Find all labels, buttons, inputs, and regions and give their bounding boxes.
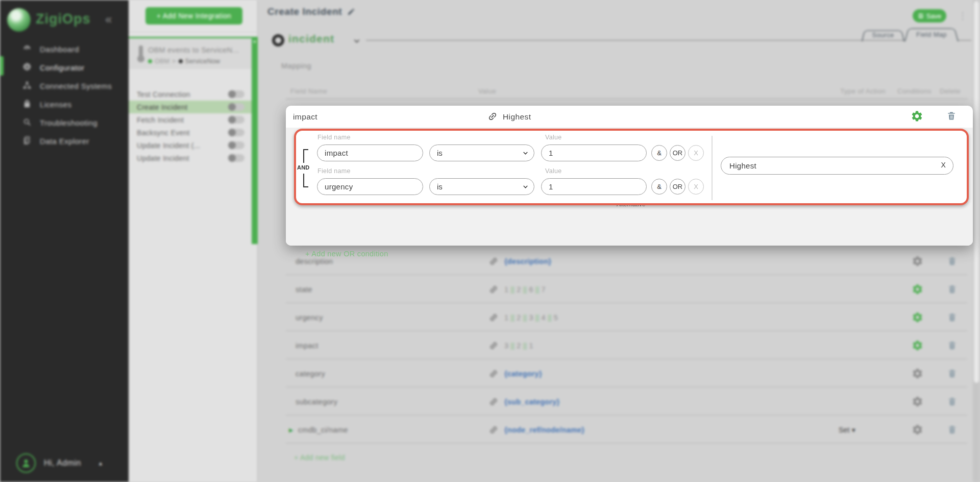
operator-select[interactable]: is [429, 144, 534, 161]
link-icon [487, 395, 500, 408]
remove-condition-button[interactable]: X [688, 179, 704, 195]
action-item-update-incident[interactable]: Update Incident [129, 152, 252, 164]
person-icon [20, 457, 32, 469]
link-icon [487, 283, 500, 296]
mapping-row-state[interactable]: state1||2||6||7 [286, 278, 967, 306]
mapping-row-urgency[interactable]: urgency1||2||3||4||5 [286, 306, 967, 334]
target-status-dot [179, 59, 183, 63]
col-header-value: Value [478, 87, 496, 95]
action-item-create-incident[interactable]: Create Incident [129, 101, 252, 113]
col-header-type-of-action: Type of Action [840, 87, 886, 95]
col-header-field-name: Field Name [290, 87, 327, 95]
or-condition-button[interactable]: OR [670, 145, 685, 161]
sidebar-item-troubleshooting[interactable]: Troubleshooting [0, 113, 129, 132]
mapping-row-impact[interactable]: impact3||2||1 [286, 334, 967, 363]
zigiops-logo-icon [7, 8, 31, 32]
delete-trash-icon[interactable] [947, 369, 957, 378]
add-or-condition-link[interactable]: + Add new OR condition [305, 250, 388, 258]
conditions-gear-icon[interactable] [912, 311, 923, 323]
condition-value-input[interactable] [541, 144, 647, 161]
conditions-gear-icon[interactable] [912, 396, 923, 407]
action-item-fetch-incident[interactable]: Fetch Incident [129, 113, 252, 126]
action-item-update-incident[interactable]: Update Incident (... [129, 139, 252, 152]
and-condition-button[interactable]: & [651, 145, 667, 161]
action-toggle[interactable] [228, 154, 244, 162]
delete-trash-icon[interactable] [947, 256, 957, 266]
plus-icon: + [253, 38, 257, 45]
conditions-gear-icon[interactable] [912, 368, 923, 379]
delete-trash-icon[interactable] [947, 425, 957, 435]
integration-card[interactable]: OBM events to ServiceN... OBM > ServiceN… [129, 37, 252, 69]
sidebar-nav: DashboardConfiguratorConnected SystemsLi… [0, 40, 129, 150]
action-toggle[interactable] [228, 141, 244, 149]
action-toggle[interactable] [228, 90, 244, 98]
type-of-action-dropdown[interactable]: Set ▾ [839, 426, 855, 434]
row-field-name: description [296, 257, 333, 266]
mapping-row-category[interactable]: category{category} [286, 363, 967, 391]
sidebar-item-licenses[interactable]: Licenses [0, 95, 129, 113]
action-toggle[interactable] [228, 129, 244, 136]
row-field-name: impact [296, 342, 318, 350]
conditions-gear-icon[interactable] [911, 110, 923, 123]
scrollbar-thumb[interactable] [974, 1, 979, 383]
sidebar-item-dashboard[interactable]: Dashboard [0, 40, 129, 58]
user-greeting: Hi, Admin [44, 459, 81, 468]
mapping-row-cmdb-ci-name[interactable]: ▶cmdb_ci/name{node_ref/node/name}Set ▾ [286, 419, 967, 447]
target-system: ServiceNow [185, 58, 220, 65]
sidebar-item-connected-systems[interactable]: Connected Systems [0, 77, 129, 95]
connected-systems-icon [22, 81, 32, 91]
conditions-gear-icon[interactable] [912, 255, 923, 267]
action-toggle[interactable] [228, 103, 244, 111]
panel-scrollbar[interactable]: + [252, 37, 258, 244]
condition-field-input[interactable] [317, 144, 423, 161]
action-item-backsync-event[interactable]: Backsync Event [129, 126, 252, 139]
and-condition-group: AND Field nameisValue&ORXField nameisVal… [294, 129, 969, 205]
value-label: Value [545, 167, 562, 175]
row-field-name: subcategory [296, 398, 337, 406]
app: ZigiOps « DashboardConfiguratorConnected… [0, 0, 980, 482]
integrations-panel: + Add New Integration OBM events to Serv… [129, 0, 258, 482]
collapse-sidebar-icon[interactable]: « [105, 12, 112, 27]
configurator-icon [22, 62, 32, 73]
delete-trash-icon[interactable] [946, 111, 957, 121]
action-item-test-connection[interactable]: Test Connection [129, 88, 252, 101]
expand-caret-icon[interactable]: ▶ [289, 427, 293, 433]
edit-pencil-icon[interactable] [347, 8, 355, 16]
add-new-field-link[interactable]: + Add new field [294, 453, 345, 462]
add-new-integration-button[interactable]: + Add New Integration [145, 7, 242, 25]
remove-condition-button[interactable]: X [688, 145, 704, 161]
delete-trash-icon[interactable] [947, 397, 957, 406]
sidebar-item-configurator[interactable]: Configurator [0, 58, 129, 77]
chevron-down-icon[interactable] [353, 37, 361, 45]
sidebar-item-label: Licenses [40, 100, 71, 109]
scrollbar-track[interactable] [973, 0, 980, 482]
condition-result-input[interactable] [721, 157, 953, 175]
action-toggle[interactable] [228, 116, 244, 124]
entity-name[interactable]: incident [288, 33, 334, 45]
conditions-gear-icon[interactable] [912, 283, 923, 295]
delete-trash-icon[interactable] [947, 341, 957, 350]
tab-source-label[interactable]: Source [862, 31, 904, 39]
user-row[interactable]: Hi, Admin ▲ [0, 453, 129, 475]
or-condition-button[interactable]: OR [670, 179, 685, 195]
conditions-gear-icon[interactable] [912, 340, 923, 351]
and-condition-button[interactable]: & [651, 179, 667, 195]
mapping-row-subcategory[interactable]: subcategory{sub_category} [286, 391, 967, 419]
delete-trash-icon[interactable] [947, 312, 957, 322]
save-button[interactable]: Save [913, 9, 946, 22]
sidebar-item-label: Troubleshooting [40, 118, 97, 127]
more-options-icon[interactable]: ⋮ [958, 10, 967, 21]
row-value: {description} [504, 257, 551, 266]
page-title: Create Incident [267, 6, 355, 17]
action-label: Update Incident [137, 154, 189, 162]
dashboard-icon [22, 44, 32, 55]
delete-trash-icon[interactable] [947, 284, 957, 294]
conditions-gear-icon[interactable] [912, 424, 923, 436]
operator-select[interactable]: is [429, 178, 534, 195]
tab-field-map-label[interactable]: Field Map [904, 31, 959, 38]
condition-value-input[interactable] [541, 178, 647, 195]
condition-field-input[interactable] [317, 178, 423, 195]
sidebar-item-data-explorer[interactable]: Data Explorer [0, 132, 129, 150]
caret-up-icon[interactable]: ▲ [98, 461, 103, 466]
clear-value-button[interactable]: X [941, 161, 946, 169]
